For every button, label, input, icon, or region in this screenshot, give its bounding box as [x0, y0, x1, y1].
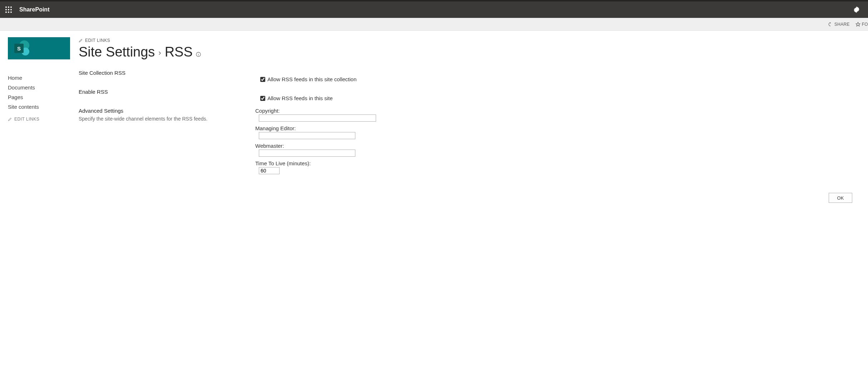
breadcrumb-parent[interactable]: Site Settings: [79, 44, 155, 60]
nav-edit-links[interactable]: EDIT LINKS: [8, 117, 77, 122]
top-edit-links[interactable]: EDIT LINKS: [79, 38, 860, 43]
ttl-label: Time To Live (minutes):: [255, 160, 860, 166]
app-launcher-icon[interactable]: [0, 1, 17, 18]
info-icon[interactable]: [196, 52, 201, 57]
section-advanced-settings: Advanced Settings Specify the site-wide …: [79, 106, 860, 182]
webmaster-input[interactable]: [259, 150, 355, 157]
ttl-input[interactable]: [259, 167, 280, 174]
section-title: Advanced Settings: [79, 108, 248, 114]
nav-edit-links-label: EDIT LINKS: [14, 117, 39, 122]
follow-label: FO: [862, 22, 868, 27]
top-edit-links-label: EDIT LINKS: [85, 38, 110, 43]
allow-rss-site-label: Allow RSS feeds in this site: [267, 95, 333, 101]
button-row: OK: [79, 193, 860, 203]
managing-editor-field-block: Managing Editor:: [255, 125, 860, 139]
svg-point-6: [5, 11, 7, 13]
follow-button[interactable]: FO: [853, 18, 868, 30]
settings-form: Site Collection RSS Allow RSS feeds in t…: [79, 68, 860, 182]
svg-marker-10: [856, 22, 860, 26]
quick-launch-column: S Home Documents Pages Site contents EDI…: [8, 37, 77, 203]
pencil-icon: [79, 38, 83, 43]
section-title: Site Collection RSS: [79, 70, 248, 76]
share-button[interactable]: SHARE: [825, 18, 853, 30]
svg-point-4: [8, 9, 9, 10]
section-enable-rss: Enable RSS Allow RSS feeds in this site: [79, 87, 860, 106]
pencil-icon: [8, 117, 12, 121]
allow-rss-site-collection-row: Allow RSS feeds in this site collection: [255, 76, 860, 82]
main-content: EDIT LINKS Site Settings › RSS Site Coll…: [77, 37, 860, 203]
page-body: S Home Documents Pages Site contents EDI…: [0, 31, 868, 217]
svg-point-5: [10, 9, 12, 10]
app-name[interactable]: SharePoint: [17, 6, 49, 13]
quick-launch-nav: Home Documents Pages Site contents EDIT …: [8, 73, 77, 122]
allow-rss-site-row: Allow RSS feeds in this site: [255, 95, 860, 101]
section-help-text: Specify the site-wide channel elements f…: [79, 116, 248, 122]
ttl-field-block: Time To Live (minutes):: [255, 160, 860, 174]
section-site-collection-rss: Site Collection RSS Allow RSS feeds in t…: [79, 68, 860, 87]
copyright-label: Copyright:: [255, 108, 860, 114]
svg-point-13: [198, 53, 198, 53]
nav-home[interactable]: Home: [8, 73, 77, 83]
allow-rss-site-collection-checkbox[interactable]: [260, 77, 265, 82]
copyright-input[interactable]: [259, 114, 376, 122]
svg-point-0: [5, 6, 7, 8]
sharepoint-logo-icon: S: [14, 40, 30, 56]
allow-rss-site-collection-label: Allow RSS feeds in this site collection: [267, 76, 356, 82]
svg-point-1: [8, 6, 9, 8]
ok-button[interactable]: OK: [829, 193, 852, 203]
settings-gear-icon[interactable]: [848, 1, 865, 18]
managing-editor-input[interactable]: [259, 132, 355, 139]
svg-point-3: [5, 9, 7, 10]
allow-rss-site-checkbox[interactable]: [260, 96, 265, 101]
nav-site-contents[interactable]: Site contents: [8, 102, 77, 112]
svg-point-8: [10, 11, 12, 13]
breadcrumb-current: RSS: [165, 44, 193, 60]
site-logo[interactable]: S: [8, 37, 70, 59]
webmaster-label: Webmaster:: [255, 143, 860, 149]
chevron-right-icon: ›: [158, 48, 161, 58]
share-icon: [828, 22, 833, 27]
copyright-field-block: Copyright:: [255, 108, 860, 122]
suite-bar-left: SharePoint: [0, 1, 49, 18]
suite-bar-right: [848, 1, 865, 18]
page-title: Site Settings › RSS: [79, 44, 860, 60]
svg-point-7: [8, 11, 9, 13]
nav-documents[interactable]: Documents: [8, 83, 77, 92]
section-title: Enable RSS: [79, 89, 248, 95]
suite-bar: SharePoint: [0, 1, 868, 18]
star-icon: [855, 22, 860, 27]
share-label: SHARE: [834, 22, 850, 27]
webmaster-field-block: Webmaster:: [255, 143, 860, 157]
svg-point-2: [10, 6, 12, 8]
managing-editor-label: Managing Editor:: [255, 125, 860, 131]
ribbon-bar: SHARE FO: [0, 18, 868, 31]
nav-pages[interactable]: Pages: [8, 92, 77, 102]
